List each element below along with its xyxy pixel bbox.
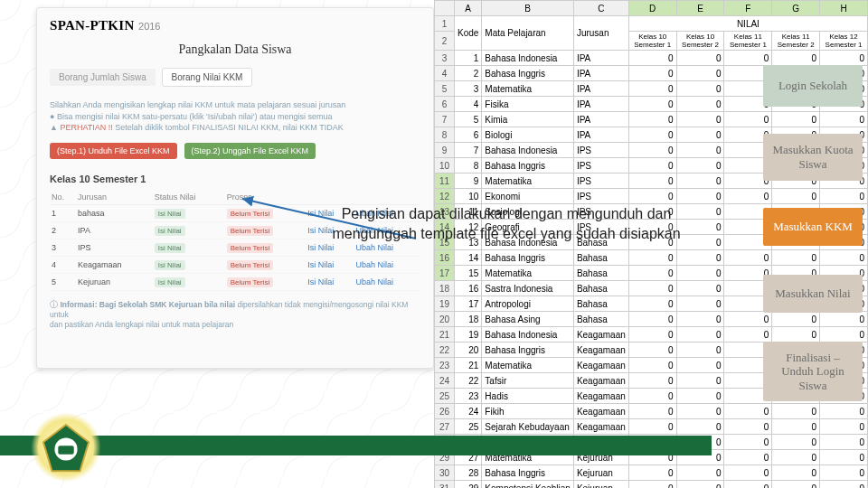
col-head: F [724, 1, 772, 16]
sheet-row: 31Bahasa IndonesiaIPA00000 [435, 51, 868, 66]
ubah-nilai-link[interactable]: Ubah Nilai [355, 277, 393, 286]
footer [0, 418, 868, 488]
webapp-panel: SPAN-PTKIN 2016 Pangkalan Data Siswa Bor… [36, 7, 434, 369]
col-head: B [482, 1, 574, 16]
status-badge: Isi Nilai [155, 260, 185, 270]
side-finalisasi[interactable]: Finalisasi – Unduh Login Siswa [763, 342, 863, 401]
note-block: Silahkan Anda mengisikan lengkap nilai K… [50, 99, 420, 134]
ubah-nilai-link[interactable]: Ubah Nilai [355, 243, 393, 252]
ubah-nilai-link[interactable]: Ubah Nilai [355, 260, 393, 269]
info-box: ⓘ Informasi: Bagi Sekolah SMK Kejuruan b… [50, 300, 420, 330]
isi-nilai-link[interactable]: Isi Nilai [307, 277, 334, 286]
kkm-col [354, 190, 420, 205]
note-l2: Bisa mengisi nilai KKM satu-persatu (kli… [57, 112, 333, 121]
proses-badge: Belum Terisi [227, 209, 273, 219]
brand: SPAN-PTKIN 2016 [50, 17, 420, 33]
kkm-row: 4KeagamaanIsi NilaiBelum TerisiIsi Nilai… [50, 256, 420, 273]
kkm-col [306, 190, 354, 205]
col-head: E [676, 1, 724, 16]
brand-name: SPAN-PTKIN [50, 18, 135, 33]
kkm-col: Status Nilai [153, 190, 225, 205]
col-head: D [628, 1, 676, 16]
kkm-col: Jurusan [76, 190, 153, 205]
col-head [435, 1, 455, 16]
brand-year: 2016 [138, 21, 160, 32]
section-heading: Kelas 10 Semester 1 [50, 174, 420, 184]
sheet-row: 2624FikihKeagamaan00000 [435, 404, 868, 419]
callout-l1: Pengisian dapat dilakukan dengan mengund… [342, 206, 672, 221]
kemenag-emblem-icon [40, 423, 92, 475]
callout-l2: mengunggah template file excel yang suda… [332, 226, 680, 241]
side-kuota[interactable]: Masukkan Kuota Siswa [763, 134, 863, 181]
sheet-row: 2018Bahasa AsingBahasa00000 [435, 312, 868, 327]
proses-badge: Belum Terisi [227, 243, 273, 253]
step-row: (Step.1) Unduh File Excel KKM (Step.2) U… [50, 143, 420, 159]
callout-text: Pengisian dapat dilakukan dengan mengund… [271, 204, 741, 243]
step2-button[interactable]: (Step.2) Unggah File Excel KKM [184, 143, 316, 159]
tab-jumlah[interactable]: Borang Jumlah Siswa [50, 69, 156, 86]
col-head: A [455, 1, 482, 16]
kkm-col: No. [50, 190, 76, 205]
note-warn: PERHATIAN !! [60, 123, 112, 132]
footer-bar [0, 436, 712, 455]
proses-badge: Belum Terisi [227, 260, 273, 270]
sheet-row: 75KimiaIPA00000 [435, 112, 868, 127]
proses-badge: Belum Terisi [227, 226, 273, 236]
col-head: C [573, 1, 628, 16]
col-head: G [772, 1, 820, 16]
note-l1: Silahkan Anda mengisikan lengkap nilai K… [50, 99, 420, 111]
info-l3: dan pastikan Anda lengkapi nilai untuk m… [50, 320, 420, 330]
kkm-row: 5KejuruanIsi NilaiBelum TerisiIsi NilaiU… [50, 273, 420, 290]
tab-row: Borang Jumlah Siswa Borang Nilai KKM [50, 68, 420, 87]
sheet-row: 2119Bahasa IndonesiaKeagamaan00000 [435, 327, 868, 343]
info-l1: Informasi: Bagi Sekolah SMK Kejuruan bil… [60, 300, 235, 309]
status-badge: Isi Nilai [155, 277, 185, 287]
status-badge: Isi Nilai [155, 226, 185, 236]
status-badge: Isi Nilai [155, 209, 185, 219]
sheet-row: 1614Bahasa InggrisBahasa00000 [435, 250, 868, 266]
proses-badge: Belum Terisi [227, 277, 273, 287]
tab-kkm[interactable]: Borang Nilai KKM [162, 68, 253, 87]
sheet-row: 1210EkonomiIPS00000 [435, 189, 868, 204]
isi-nilai-link[interactable]: Isi Nilai [307, 243, 334, 252]
step1-button[interactable]: (Step.1) Unduh File Excel KKM [50, 143, 177, 159]
note-l3: Setelah diklik tombol FINALISASI NILAI K… [115, 123, 343, 132]
svg-rect-3 [58, 446, 73, 455]
side-login[interactable]: Login Sekolah [763, 65, 863, 107]
side-kkm[interactable]: Masukkan KKM [763, 208, 863, 246]
status-badge: Isi Nilai [155, 243, 185, 253]
page-title: Pangkalan Data Siswa [50, 42, 420, 57]
col-head: H [820, 1, 868, 16]
side-nilai[interactable]: Masukkan Nilai [763, 275, 863, 313]
kkm-col: Proses [225, 190, 306, 205]
isi-nilai-link[interactable]: Isi Nilai [307, 260, 334, 269]
